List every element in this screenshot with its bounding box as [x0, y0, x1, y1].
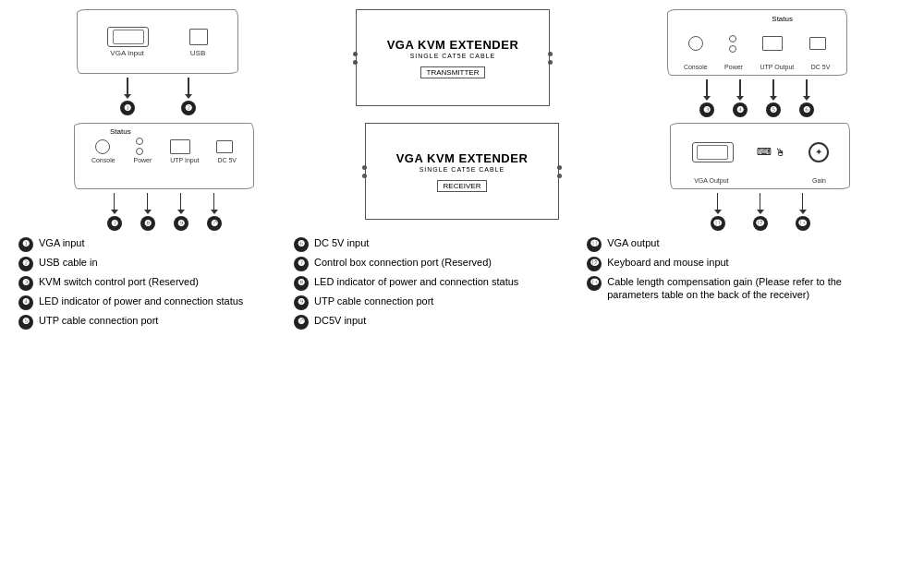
desc-3: ❸ KVM switch control port (Reserved) — [18, 275, 285, 291]
kvm-transmitter-col: VGA KVM EXTENDER SINGLE CAT5E CABLE TRAN… — [356, 9, 550, 117]
arrow-10: ❿ — [207, 193, 222, 231]
rx-status-label: Status — [110, 127, 246, 136]
rx-console-label: Console — [91, 157, 116, 163]
arrow-6: ❻ — [799, 79, 814, 117]
rx-right-port-labels: VGA Output Gain — [680, 177, 840, 184]
arrow-stem-8 — [147, 193, 149, 210]
arrow-9: ❾ — [174, 193, 188, 231]
desc-num-12: ⓬ — [587, 257, 602, 271]
tx-left-port-labels: VGA Input USB — [87, 49, 228, 57]
rx-dc5v-port — [216, 140, 233, 153]
arrow-head-7 — [111, 210, 118, 214]
kvm-tx-connector-1 — [353, 52, 358, 56]
kvm-rx-left-connectors — [362, 165, 367, 178]
desc-num-3: ❸ — [18, 276, 33, 291]
arrow-stem-11 — [717, 193, 719, 210]
desc-11: ⓫ VGA output — [587, 236, 853, 252]
desc-text-4: LED indicator of power and connection st… — [39, 295, 243, 307]
gain-knob — [808, 142, 829, 162]
desc-num-4: ❹ — [18, 295, 33, 310]
desc-col-2: ❻ DC 5V input ❼ Control box connection p… — [294, 236, 578, 556]
transmitter-right-diagram: Status Console Power UTP Output — [667, 9, 847, 76]
desc-num-10: ❿ — [294, 315, 309, 330]
kvm-receiver-diagram: VGA KVM EXTENDER SINGLE CAT5E CABLE RECE… — [365, 123, 559, 220]
kvm-rx-rconnector-1 — [557, 165, 562, 170]
desc-10: ❿ DC5V input — [294, 314, 578, 330]
transmitter-left-diagram: VGA Input USB — [77, 9, 238, 74]
desc-num-9: ❾ — [294, 295, 309, 310]
desc-4: ❹ LED indicator of power and connection … — [18, 295, 285, 310]
arrow-stem-9 — [180, 193, 182, 210]
number-3: ❸ — [699, 102, 714, 117]
console-port — [688, 36, 703, 51]
desc-text-6: DC 5V input — [314, 236, 369, 249]
arrow-stem-5 — [772, 79, 774, 96]
kvm-receiver-title: VGA KVM EXTENDER — [396, 151, 529, 165]
kvm-tx-rconnector-1 — [548, 52, 553, 56]
receiver-left-diagram: Status Console Power UTP Input — [74, 123, 254, 189]
kvm-receiver-subtitle: SINGLE CAT5E CABLE — [419, 166, 505, 173]
desc-text-7: Control box connection port (Reserved) — [314, 256, 492, 269]
desc-col-3: ⓫ VGA output ⓬ Keyboard and mouse input … — [587, 236, 853, 556]
desc-text-2: USB cable in — [39, 256, 98, 269]
arrow-head-6 — [803, 96, 810, 101]
utp-output-label: UTP Output — [760, 64, 794, 70]
desc-text-10: DC5V input — [314, 314, 366, 327]
kvm-transmitter-subtitle: SINGLE CAT5E CABLE — [410, 53, 496, 59]
kvm-receiver-badge: RECEIVER — [437, 180, 488, 192]
utp-output-port — [762, 36, 783, 51]
kvm-tx-right-connectors — [548, 52, 553, 65]
kvm-rx-rconnector-2 — [557, 174, 562, 178]
transmitter-right-panel-col: Status Console Power UTP Output — [667, 9, 847, 117]
number-5: ❺ — [766, 102, 781, 117]
descriptions-section: ❶ VGA input ❷ USB cable in ❸ KVM switch … — [18, 236, 906, 556]
power-label: Power — [724, 64, 743, 70]
vga-input-label: VGA Input — [110, 49, 143, 57]
arrow-head-4 — [736, 96, 744, 101]
desc-text-9: UTP cable connection port — [314, 295, 433, 307]
led-1 — [729, 35, 736, 42]
arrow-head-12 — [757, 210, 764, 214]
desc-num-13: ⓭ — [587, 276, 602, 291]
rx-power-status-leds — [136, 138, 143, 155]
tx-right-arrows: ❸ ❹ ❺ ❻ — [699, 79, 814, 117]
kb-mouse-spacer — [757, 177, 784, 184]
number-4: ❹ — [733, 102, 748, 117]
kvm-tx-left-connectors — [353, 52, 358, 65]
desc-text-13: Cable length compensation gain (Please r… — [607, 275, 853, 302]
rx-left-box: Status Console Power UTP Input — [74, 123, 254, 189]
tx-right-ports-row — [675, 25, 839, 62]
led-2 — [729, 45, 736, 53]
receiver-right-diagram: ⌨ 🖱 VGA Output Gain — [670, 123, 850, 189]
arrow-stem-10 — [213, 193, 215, 210]
arrow-stem-1 — [127, 78, 128, 94]
utp-input-port — [170, 139, 190, 154]
arrow-8: ❽ — [140, 193, 155, 231]
arrow-head-11 — [714, 210, 722, 214]
rx-left-arrows: ❼ ❽ ❾ ❿ — [107, 193, 222, 231]
tx-left-arrows: ❶ ❷ — [120, 78, 196, 115]
arrow-stem-2 — [188, 78, 189, 94]
rx-led-2 — [136, 148, 143, 155]
kvm-transmitter-badge: TRANSMITTER — [420, 66, 486, 78]
desc-text-5: UTP cable connection port — [39, 314, 158, 327]
kb-mouse-ports: ⌨ 🖱 — [757, 146, 785, 158]
desc-1: ❶ VGA input — [18, 236, 285, 252]
arrow-5: ❺ — [766, 79, 781, 117]
desc-5: ❺ UTP cable connection port — [18, 314, 285, 330]
rx-led-1 — [136, 138, 143, 145]
dc5v-label: DC 5V — [811, 64, 831, 70]
kvm-rx-right-connectors — [557, 165, 562, 178]
number-10: ❿ — [207, 216, 222, 231]
rx-right-arrows: ⓫ ⓬ ⓭ — [711, 193, 810, 231]
rx-power-label: Power — [133, 157, 152, 163]
kvm-transmitter-box: VGA KVM EXTENDER SINGLE CAT5E CABLE TRAN… — [356, 9, 550, 106]
arrow-head-8 — [144, 210, 152, 214]
number-2: ❷ — [181, 101, 196, 115]
transmitter-left-panel-col: VGA Input USB ❶ ❷ — [77, 9, 238, 117]
kvm-transmitter-title: VGA KVM EXTENDER — [387, 38, 519, 52]
desc-text-3: KVM switch control port (Reserved) — [39, 275, 199, 288]
usb-label: USB — [190, 49, 205, 57]
arrow-stem-6 — [806, 79, 808, 96]
top-diagrams-row: VGA Input USB ❶ ❷ — [18, 9, 906, 117]
